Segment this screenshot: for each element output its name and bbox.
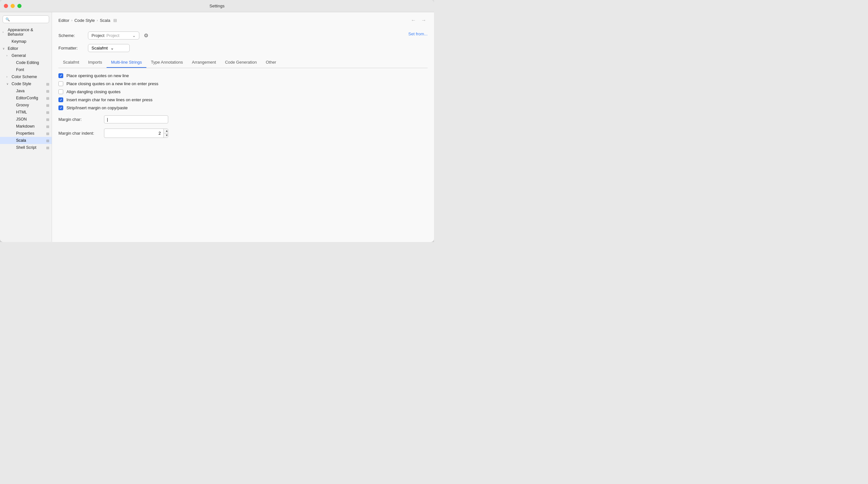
breadcrumb-file-icon: ▤	[113, 18, 117, 23]
file-icon: ▤	[46, 118, 49, 121]
chevron-down-icon: ⌄	[132, 33, 136, 38]
nav-arrows: ← →	[410, 17, 428, 24]
sidebar-item-editor[interactable]: ∨ Editor	[0, 45, 52, 52]
scheme-select-value: Project	[106, 33, 119, 38]
breadcrumb-code-style: Code Style	[74, 18, 95, 23]
search-icon: 🔍	[5, 17, 10, 22]
tab-scalafmt[interactable]: Scalafmt	[58, 57, 84, 68]
breadcrumb-sep-1: ›	[71, 18, 72, 22]
margin-char-label: Margin char:	[58, 117, 100, 122]
window-title: Settings	[210, 3, 225, 8]
tab-multiline-strings[interactable]: Multi-line Strings	[106, 57, 146, 68]
gear-button[interactable]: ⚙	[143, 32, 149, 39]
breadcrumb-scala: Scala	[100, 18, 111, 23]
margin-indent-row: Margin char indent: ▲ ▼	[58, 129, 428, 138]
sidebar-item-code-editing[interactable]: › Code Editing	[0, 59, 52, 66]
checkbox-strip-insert-margin[interactable]	[58, 106, 63, 110]
option-label: Align dangling closing quotes	[66, 89, 120, 94]
options-section: Place opening quotes on new line Place c…	[58, 73, 428, 138]
tab-code-generation[interactable]: Code Generation	[220, 57, 261, 68]
sidebar-item-shell-script[interactable]: › Shell Script ▤	[0, 144, 52, 151]
file-icon: ▤	[46, 96, 49, 100]
file-icon: ▤	[46, 89, 49, 93]
sidebar-item-label: Color Scheme	[11, 75, 37, 79]
sidebar-item-properties[interactable]: › Properties ▤	[0, 130, 52, 137]
sidebar-item-label: EditorConfig	[16, 96, 38, 100]
file-icon: ▤	[46, 104, 49, 107]
sidebar-item-json[interactable]: › JSON ▤	[0, 116, 52, 123]
window-controls	[4, 4, 22, 8]
search-box[interactable]: 🔍	[3, 16, 49, 23]
spinner-up-button[interactable]: ▲	[164, 129, 168, 133]
tab-imports[interactable]: Imports	[84, 57, 106, 68]
scheme-label: Scheme:	[58, 33, 84, 38]
sidebar-item-markdown[interactable]: › Markdown ▤	[0, 123, 52, 130]
sidebar-item-label: Groovy	[16, 103, 29, 107]
formatter-select[interactable]: Scalafmt ⌄	[88, 44, 130, 52]
scheme-select-label: Project	[92, 33, 104, 38]
option-place-closing-quotes: Place closing quotes on a new line on en…	[58, 81, 428, 86]
sidebar-item-color-scheme[interactable]: › Color Scheme	[0, 73, 52, 80]
checkbox-place-opening-quotes[interactable]	[58, 73, 63, 78]
sidebar-item-appearance[interactable]: › Appearance & Behavior	[0, 26, 52, 38]
option-place-opening-quotes: Place opening quotes on new line	[58, 73, 428, 78]
chevron-right-icon: ›	[6, 75, 10, 78]
sidebar-item-scala[interactable]: › Scala ▤	[0, 137, 52, 144]
sidebar-item-label: Font	[16, 67, 24, 72]
checkbox-place-closing-quotes[interactable]	[58, 81, 63, 86]
breadcrumb-bar: Editor › Code Style › Scala ▤ ← →	[52, 12, 434, 27]
chevron-down-icon: ∨	[3, 47, 6, 50]
margin-indent-value[interactable]	[104, 130, 163, 137]
spinner-down-button[interactable]: ▼	[164, 133, 168, 138]
sidebar-item-label: Properties	[16, 131, 34, 136]
breadcrumb-sep-2: ›	[97, 18, 98, 22]
sidebar-item-label: HTML	[16, 110, 27, 114]
content-area: 🔍 › Appearance & Behavior › Keymap ∨ Edi…	[0, 12, 434, 242]
sidebar-item-label: Appearance & Behavior	[8, 28, 49, 37]
titlebar: Settings	[0, 0, 434, 12]
sidebar-item-html[interactable]: › HTML ▤	[0, 109, 52, 116]
scheme-row: Scheme: Project Project ⌄ ⚙ Set from...	[58, 31, 428, 39]
margin-char-input[interactable]	[104, 115, 168, 123]
nav-back-button[interactable]: ←	[410, 17, 417, 24]
maximize-button[interactable]	[17, 4, 22, 8]
tab-arrangement[interactable]: Arrangement	[187, 57, 220, 68]
sidebar-item-label: JSON	[16, 117, 27, 121]
option-label: Strip/Insert margin on copy/paste	[66, 106, 128, 110]
option-label: Place closing quotes on a new line on en…	[66, 81, 158, 86]
scheme-select[interactable]: Project Project ⌄	[88, 31, 139, 39]
chevron-right-icon: ›	[6, 54, 10, 57]
minimize-button[interactable]	[10, 4, 15, 8]
sidebar-item-label: Editor	[8, 46, 18, 51]
tabs-bar: Scalafmt Imports Multi-line Strings Type…	[58, 57, 428, 68]
sidebar-item-font[interactable]: › Font	[0, 66, 52, 73]
checkbox-align-dangling[interactable]	[58, 89, 63, 94]
margin-indent-label: Margin char indent:	[58, 131, 100, 136]
tab-other[interactable]: Other	[261, 57, 281, 68]
set-from-button[interactable]: Set from...	[408, 31, 428, 36]
sidebar-item-groovy[interactable]: › Groovy ▤	[0, 102, 52, 109]
sidebar-item-code-style[interactable]: ∨ Code Style ▤	[0, 80, 52, 87]
checkbox-insert-margin-char[interactable]	[58, 97, 63, 102]
tab-type-annotations[interactable]: Type Annotations	[146, 57, 187, 68]
spinner-buttons: ▲ ▼	[163, 129, 168, 138]
settings-window: Settings 🔍 › Appearance & Behavior › Key…	[0, 0, 434, 242]
search-input[interactable]	[11, 17, 46, 22]
sidebar-item-label: Shell Script	[16, 145, 36, 150]
sidebar-item-label: Markdown	[16, 124, 35, 129]
file-icon: ▤	[46, 82, 49, 86]
file-icon: ▤	[46, 132, 49, 135]
close-button[interactable]	[4, 4, 8, 8]
sidebar-item-editorconfig[interactable]: › EditorConfig ▤	[0, 94, 52, 102]
option-strip-insert-margin: Strip/Insert margin on copy/paste	[58, 106, 428, 110]
sidebar-item-java[interactable]: › Java ▤	[0, 87, 52, 94]
sidebar-item-general[interactable]: › General	[0, 52, 52, 59]
margin-indent-spinner: ▲ ▼	[104, 129, 168, 138]
file-icon: ▤	[46, 111, 49, 114]
nav-forward-button[interactable]: →	[420, 17, 428, 24]
sidebar: 🔍 › Appearance & Behavior › Keymap ∨ Edi…	[0, 12, 52, 242]
sidebar-item-label: General	[11, 53, 26, 58]
sidebar-item-keymap[interactable]: › Keymap	[0, 38, 52, 45]
sidebar-item-label: Java	[16, 89, 24, 93]
sidebar-item-label: Keymap	[11, 39, 26, 44]
